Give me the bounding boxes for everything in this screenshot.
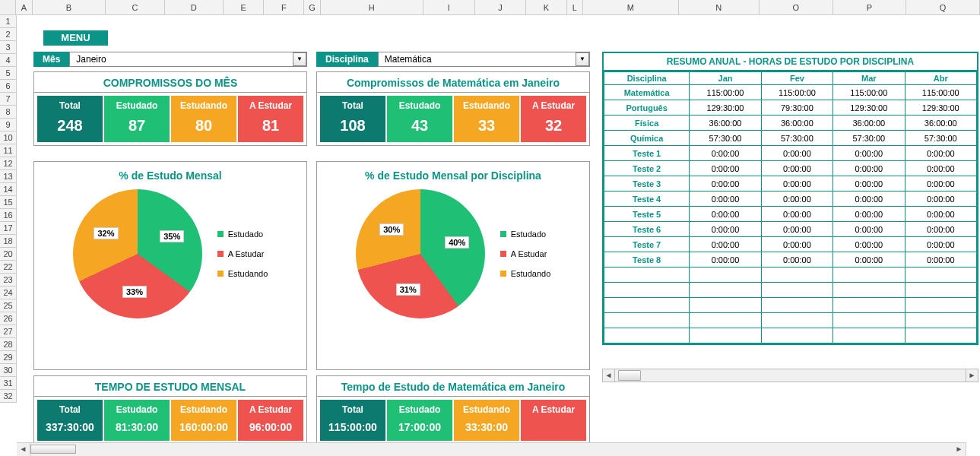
value-cell[interactable] <box>690 268 761 283</box>
value-cell[interactable]: 0:00:00 <box>905 222 976 237</box>
chevron-down-icon[interactable]: ▼ <box>576 52 589 66</box>
value-cell[interactable] <box>905 268 976 283</box>
scroll-track[interactable] <box>30 443 953 456</box>
value-cell[interactable]: 0:00:00 <box>690 192 761 207</box>
value-cell[interactable]: 115:00:00 <box>833 85 905 100</box>
disciplina-cell[interactable]: Teste 7 <box>604 237 690 252</box>
value-cell[interactable]: 0:00:00 <box>833 176 905 192</box>
value-cell[interactable] <box>833 328 905 344</box>
value-cell[interactable] <box>761 313 833 328</box>
mes-dropdown[interactable]: Janeiro ▼ <box>69 52 307 67</box>
disciplina-cell[interactable]: Teste 6 <box>604 222 690 237</box>
value-cell[interactable]: 0:00:00 <box>833 192 905 207</box>
row-header[interactable]: 9 <box>0 119 17 131</box>
row-header[interactable]: 24 <box>0 287 17 299</box>
disciplina-cell[interactable]: Química <box>604 131 690 146</box>
chevron-down-icon[interactable]: ▼ <box>293 52 306 66</box>
column-header[interactable]: O <box>760 0 833 14</box>
value-cell[interactable] <box>761 268 833 283</box>
value-cell[interactable]: 79:30:00 <box>761 100 833 116</box>
value-cell[interactable] <box>833 268 905 283</box>
value-cell[interactable]: 0:00:00 <box>905 146 976 161</box>
column-header[interactable]: H <box>321 0 423 14</box>
row-header[interactable]: 23 <box>0 274 17 287</box>
column-header[interactable]: J <box>475 0 527 14</box>
row-header[interactable]: 10 <box>0 131 17 144</box>
value-cell[interactable]: 0:00:00 <box>690 146 761 161</box>
value-cell[interactable]: 0:00:00 <box>690 252 761 268</box>
value-cell[interactable]: 0:00:00 <box>761 192 833 207</box>
row-header[interactable]: 5 <box>0 67 17 80</box>
column-header[interactable]: Q <box>906 0 980 14</box>
row-header[interactable]: 30 <box>0 364 17 377</box>
value-cell[interactable]: 129:30:00 <box>833 100 905 116</box>
value-cell[interactable]: 0:00:00 <box>761 252 833 268</box>
row-header[interactable]: 27 <box>0 325 17 338</box>
disciplina-cell[interactable]: Teste 5 <box>604 207 690 222</box>
value-cell[interactable]: 0:00:00 <box>761 207 833 222</box>
value-cell[interactable]: 36:00:00 <box>833 116 905 131</box>
value-cell[interactable]: 0:00:00 <box>690 237 761 252</box>
row-header[interactable]: 29 <box>0 351 17 364</box>
value-cell[interactable] <box>833 298 905 313</box>
column-header[interactable]: L <box>567 0 583 14</box>
row-header[interactable]: 1 <box>0 15 17 28</box>
row-header[interactable]: 14 <box>0 183 17 196</box>
sheet-hscroll[interactable]: ◄ ► <box>17 442 966 456</box>
disciplina-cell[interactable] <box>604 283 690 298</box>
value-cell[interactable] <box>690 313 761 328</box>
disciplina-cell[interactable]: Português <box>604 100 690 116</box>
scroll-right-icon[interactable]: ► <box>966 369 978 382</box>
disciplina-cell[interactable]: Matemática <box>604 85 690 100</box>
value-cell[interactable] <box>690 328 761 344</box>
value-cell[interactable]: 0:00:00 <box>761 146 833 161</box>
value-cell[interactable]: 115:00:00 <box>690 85 761 100</box>
column-header[interactable]: K <box>526 0 566 14</box>
value-cell[interactable] <box>905 298 976 313</box>
row-header[interactable]: 12 <box>0 157 17 170</box>
row-header[interactable]: 18 <box>0 235 17 248</box>
disciplina-cell[interactable]: Teste 2 <box>604 161 690 176</box>
column-header[interactable]: M <box>583 0 679 14</box>
disciplina-cell[interactable]: Física <box>604 116 690 131</box>
value-cell[interactable]: 0:00:00 <box>833 207 905 222</box>
row-header[interactable]: 2 <box>0 28 17 41</box>
column-header[interactable]: E <box>224 0 264 14</box>
value-cell[interactable]: 0:00:00 <box>905 176 976 192</box>
row-header[interactable]: 26 <box>0 312 17 325</box>
column-header[interactable]: D <box>165 0 224 14</box>
value-cell[interactable]: 57:30:00 <box>690 131 761 146</box>
value-cell[interactable]: 0:00:00 <box>690 176 761 192</box>
row-header[interactable]: 17 <box>0 222 17 235</box>
value-cell[interactable]: 0:00:00 <box>690 161 761 176</box>
row-header[interactable]: 13 <box>0 170 17 183</box>
row-header[interactable]: 16 <box>0 209 17 222</box>
value-cell[interactable]: 0:00:00 <box>690 222 761 237</box>
row-header[interactable]: 4 <box>0 54 17 67</box>
value-cell[interactable]: 0:00:00 <box>905 252 976 268</box>
value-cell[interactable]: 0:00:00 <box>905 237 976 252</box>
disciplina-cell[interactable]: Teste 1 <box>604 146 690 161</box>
column-header[interactable]: I <box>423 0 475 14</box>
value-cell[interactable] <box>761 283 833 298</box>
value-cell[interactable]: 129:30:00 <box>690 100 761 116</box>
row-header[interactable]: 32 <box>0 390 17 403</box>
row-header[interactable]: 6 <box>0 80 17 93</box>
disciplina-cell[interactable]: Teste 4 <box>604 192 690 207</box>
column-header[interactable]: F <box>264 0 304 14</box>
column-header[interactable]: P <box>833 0 907 14</box>
value-cell[interactable]: 57:30:00 <box>833 131 905 146</box>
scroll-thumb[interactable] <box>618 370 641 381</box>
value-cell[interactable]: 36:00:00 <box>905 116 976 131</box>
disciplina-cell[interactable] <box>604 313 690 328</box>
value-cell[interactable]: 0:00:00 <box>761 222 833 237</box>
value-cell[interactable]: 129:30:00 <box>905 100 976 116</box>
scroll-thumb[interactable] <box>30 445 76 454</box>
value-cell[interactable] <box>905 283 976 298</box>
column-header[interactable]: A <box>16 0 32 14</box>
column-header[interactable]: G <box>304 0 320 14</box>
value-cell[interactable] <box>690 283 761 298</box>
value-cell[interactable]: 115:00:00 <box>905 85 976 100</box>
column-header[interactable]: C <box>106 0 164 14</box>
scroll-right-icon[interactable]: ► <box>953 443 966 456</box>
